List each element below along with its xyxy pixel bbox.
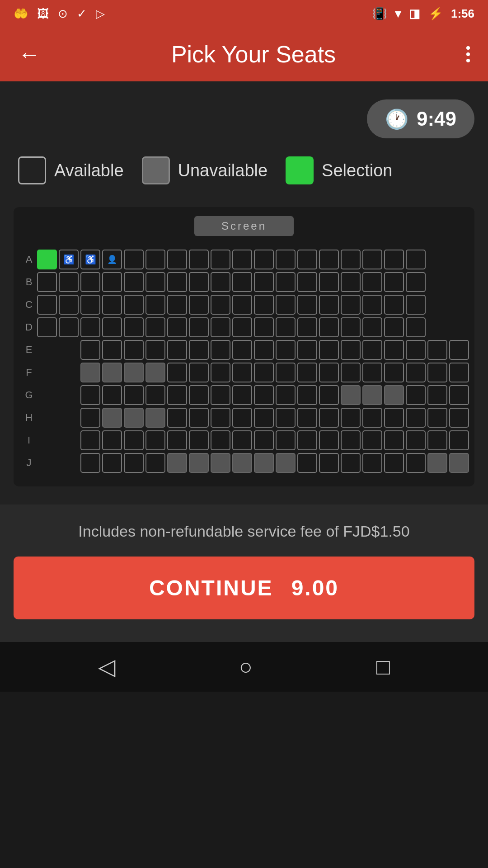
seat[interactable] bbox=[189, 430, 209, 450]
seat[interactable] bbox=[341, 363, 361, 382]
seat[interactable] bbox=[362, 250, 382, 269]
seat[interactable] bbox=[297, 272, 317, 292]
seat[interactable] bbox=[406, 317, 426, 337]
seat[interactable] bbox=[124, 340, 144, 360]
seat[interactable] bbox=[189, 408, 209, 428]
seat[interactable] bbox=[37, 317, 57, 337]
seat[interactable] bbox=[276, 453, 296, 473]
seat[interactable] bbox=[427, 340, 447, 360]
seat[interactable] bbox=[189, 272, 209, 292]
seat[interactable] bbox=[406, 385, 426, 405]
seat[interactable] bbox=[427, 430, 447, 450]
seat[interactable] bbox=[167, 340, 187, 360]
seat[interactable] bbox=[384, 408, 404, 428]
seat[interactable] bbox=[276, 363, 296, 382]
seat[interactable] bbox=[167, 363, 187, 382]
seat[interactable] bbox=[102, 272, 122, 292]
seat[interactable] bbox=[124, 363, 144, 382]
seat[interactable] bbox=[59, 317, 79, 337]
seat[interactable] bbox=[341, 317, 361, 337]
seat[interactable] bbox=[319, 317, 339, 337]
seat[interactable] bbox=[167, 453, 187, 473]
seat[interactable] bbox=[449, 430, 469, 450]
seat[interactable] bbox=[254, 453, 274, 473]
seat[interactable] bbox=[319, 430, 339, 450]
seat[interactable] bbox=[319, 408, 339, 428]
seat[interactable] bbox=[232, 295, 252, 315]
seat[interactable] bbox=[449, 408, 469, 428]
seat[interactable] bbox=[427, 453, 447, 473]
seat[interactable] bbox=[319, 363, 339, 382]
seat[interactable] bbox=[232, 408, 252, 428]
seat[interactable] bbox=[276, 295, 296, 315]
seat[interactable] bbox=[189, 453, 209, 473]
seat[interactable] bbox=[341, 453, 361, 473]
seat[interactable]: ♿ bbox=[80, 250, 100, 269]
seat[interactable] bbox=[145, 453, 165, 473]
seat[interactable] bbox=[341, 340, 361, 360]
seat[interactable] bbox=[167, 317, 187, 337]
seat[interactable] bbox=[362, 408, 382, 428]
seat[interactable] bbox=[80, 363, 100, 382]
seat[interactable] bbox=[124, 385, 144, 405]
seat[interactable] bbox=[297, 340, 317, 360]
seat[interactable] bbox=[362, 363, 382, 382]
seat[interactable] bbox=[297, 250, 317, 269]
seat[interactable] bbox=[124, 272, 144, 292]
seat[interactable] bbox=[297, 385, 317, 405]
seat[interactable] bbox=[102, 295, 122, 315]
seat[interactable]: 👤 bbox=[102, 250, 122, 269]
seat[interactable] bbox=[59, 295, 79, 315]
seat[interactable] bbox=[124, 295, 144, 315]
seat[interactable] bbox=[167, 385, 187, 405]
seat[interactable] bbox=[232, 340, 252, 360]
more-options-button[interactable] bbox=[462, 42, 474, 67]
seat[interactable] bbox=[124, 430, 144, 450]
seat[interactable] bbox=[406, 408, 426, 428]
seat[interactable] bbox=[232, 250, 252, 269]
seat[interactable] bbox=[362, 317, 382, 337]
seat[interactable] bbox=[254, 272, 274, 292]
seat[interactable] bbox=[341, 272, 361, 292]
seat[interactable] bbox=[145, 408, 165, 428]
seat[interactable] bbox=[341, 385, 361, 405]
seat[interactable] bbox=[319, 295, 339, 315]
seat[interactable] bbox=[211, 408, 230, 428]
seat[interactable] bbox=[384, 385, 404, 405]
seat[interactable] bbox=[297, 408, 317, 428]
seat[interactable] bbox=[211, 453, 230, 473]
seat[interactable] bbox=[297, 317, 317, 337]
seat[interactable] bbox=[145, 295, 165, 315]
seat[interactable] bbox=[189, 340, 209, 360]
seat[interactable] bbox=[297, 295, 317, 315]
seat[interactable] bbox=[189, 317, 209, 337]
seat[interactable] bbox=[297, 453, 317, 473]
seat[interactable] bbox=[211, 430, 230, 450]
seat[interactable] bbox=[167, 250, 187, 269]
seat[interactable] bbox=[80, 272, 100, 292]
seat[interactable] bbox=[80, 408, 100, 428]
seat[interactable] bbox=[384, 430, 404, 450]
seat[interactable] bbox=[37, 272, 57, 292]
continue-button[interactable]: CONTINUE 9.00 bbox=[14, 557, 474, 619]
seat[interactable] bbox=[124, 317, 144, 337]
seat[interactable] bbox=[362, 272, 382, 292]
seat[interactable] bbox=[145, 340, 165, 360]
seat[interactable] bbox=[276, 430, 296, 450]
back-button[interactable]: ← bbox=[14, 37, 45, 72]
seat[interactable] bbox=[319, 272, 339, 292]
seat[interactable] bbox=[189, 363, 209, 382]
seat[interactable] bbox=[341, 430, 361, 450]
seat[interactable] bbox=[102, 363, 122, 382]
seat[interactable] bbox=[276, 317, 296, 337]
seat[interactable] bbox=[80, 430, 100, 450]
seat[interactable] bbox=[211, 317, 230, 337]
seat[interactable] bbox=[145, 430, 165, 450]
seat[interactable] bbox=[384, 453, 404, 473]
seat[interactable] bbox=[145, 363, 165, 382]
seat[interactable] bbox=[80, 453, 100, 473]
seat[interactable] bbox=[37, 295, 57, 315]
seat[interactable] bbox=[384, 250, 404, 269]
seat[interactable] bbox=[406, 340, 426, 360]
seat[interactable] bbox=[102, 385, 122, 405]
